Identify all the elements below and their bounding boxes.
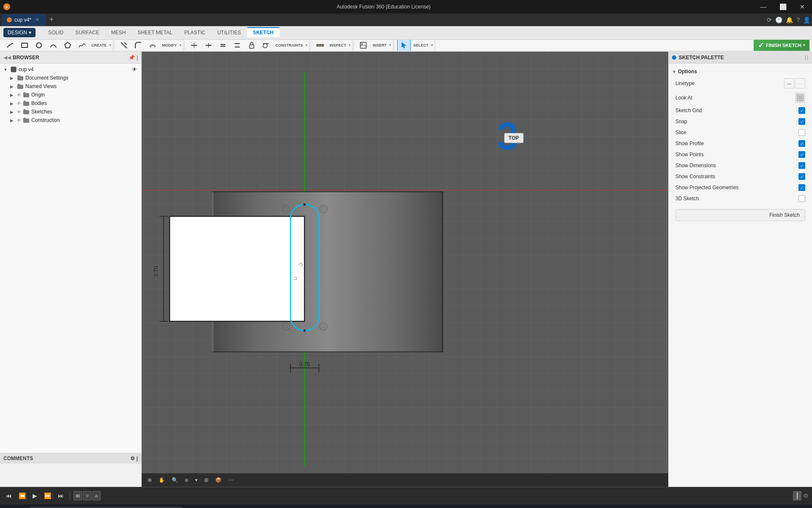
constraints-arrow[interactable]: ▾ [305, 43, 307, 47]
tab-plastic[interactable]: PLASTIC [178, 28, 211, 37]
fit-button[interactable]: ⊞ [182, 477, 191, 483]
browser-nav-back[interactable]: ◀◀ [3, 55, 11, 61]
3d-sketch-checkbox[interactable] [798, 195, 805, 202]
coincident-tool[interactable] [187, 40, 201, 51]
tree-origin[interactable]: ▶ 👁 Origin [8, 91, 140, 99]
maximize-button[interactable]: ⬜ [773, 0, 793, 14]
show-dimensions-checkbox[interactable]: ✓ [798, 162, 805, 169]
timeline-prev-button[interactable]: ⏪ [16, 491, 28, 501]
view-cube-button[interactable]: ▾ [192, 476, 200, 484]
snap-checkbox[interactable]: ✓ [798, 118, 805, 125]
options-header[interactable]: ▼ Options [672, 67, 809, 76]
timeline-next-button[interactable]: ⏩ [41, 491, 54, 501]
tree-bodies[interactable]: ▶ 👁 Bodies [8, 99, 140, 108]
browser-expand-icon[interactable]: | [137, 55, 138, 61]
circle-tool[interactable] [32, 40, 46, 51]
timeline-last-button[interactable]: ⏭ [55, 491, 66, 501]
pan-button[interactable]: ✋ [156, 476, 167, 484]
grid-button[interactable]: ⊞ [202, 476, 211, 484]
tab-bell-icon[interactable]: 🔔 [786, 17, 793, 23]
lock-tool[interactable] [245, 40, 258, 51]
taskbar-search[interactable]: Search b [25, 507, 186, 508]
linetype-dashed-icon[interactable]: - - [795, 78, 805, 88]
equal-tool[interactable] [216, 40, 230, 51]
finish-sketch-button[interactable]: ✓ FINISH SKETCH ▾ [754, 40, 809, 51]
active-tab[interactable]: cup v4* ✕ [2, 14, 46, 26]
more-view-button[interactable]: ⋯ [226, 476, 236, 484]
orbit-button[interactable]: ⊕ [145, 476, 154, 484]
look-at-icon[interactable] [795, 93, 805, 103]
tree-construction[interactable]: ▶ 👁 Construction [8, 116, 140, 124]
linetype-solid-icon[interactable]: — [784, 78, 794, 88]
workspace-button[interactable]: DESIGN ▾ [3, 28, 36, 37]
fillet-tool[interactable] [132, 40, 145, 51]
insert-image-tool[interactable] [357, 40, 370, 51]
horizontal-tool[interactable] [202, 40, 215, 51]
tab-surface[interactable]: SURFACE [69, 28, 105, 37]
timeline-step-2[interactable] [83, 491, 91, 500]
create-arrow[interactable]: ▾ [109, 43, 111, 47]
comments-settings-icon[interactable]: ⚙ [130, 456, 135, 461]
trim-tool[interactable] [117, 40, 131, 51]
tree-named-views[interactable]: ▶ Named Views [8, 82, 140, 91]
tree-sketches-eye[interactable]: 👁 [17, 110, 21, 114]
tab-utilities[interactable]: UTILITIES [211, 28, 247, 37]
timeline-play-button[interactable]: ▶ [30, 491, 40, 501]
start-button[interactable] [3, 506, 20, 508]
display-button[interactable]: 📦 [213, 476, 224, 484]
rectangle-tool[interactable] [18, 40, 31, 51]
tree-document-settings[interactable]: ▶ Document Settings [8, 74, 140, 82]
taskbar-file-explorer[interactable] [191, 506, 208, 508]
timeline-first-button[interactable]: ⏮ [3, 491, 14, 501]
finish-sketch-arrow[interactable]: ▾ [803, 43, 805, 47]
timeline-settings-icon[interactable]: ⚙ [803, 492, 809, 499]
tab-clock-icon[interactable]: 🕐 [775, 17, 782, 23]
arc-tool[interactable] [47, 40, 60, 51]
tab-mesh[interactable]: MESH [105, 28, 132, 37]
comments-expand-icon[interactable]: | [137, 456, 138, 461]
timeline-step-3[interactable] [92, 491, 101, 500]
parallel-tool[interactable] [230, 40, 244, 51]
minimize-button[interactable]: — [754, 0, 773, 14]
show-points-checkbox[interactable]: ✓ [798, 151, 805, 158]
slice-checkbox[interactable] [798, 129, 805, 136]
show-profile-checkbox[interactable]: ✓ [798, 140, 805, 147]
taskbar-fusion[interactable]: F [227, 506, 244, 508]
tab-sketch[interactable]: SKETCH [247, 27, 280, 37]
tab-help-icon[interactable]: ? [796, 17, 800, 23]
finish-sketch-palette-button[interactable]: Finish Sketch [675, 209, 805, 221]
palette-expand-icon[interactable]: ⟩⟩ [804, 55, 809, 61]
tab-sheet-metal[interactable]: SHEET METAL [132, 28, 178, 37]
viewport[interactable]: 3 TOP [142, 52, 668, 487]
show-constraints-checkbox[interactable]: ✓ [798, 173, 805, 180]
zoom-button[interactable]: 🔍 [169, 476, 181, 484]
select-arrow[interactable]: ▾ [431, 43, 433, 47]
measure-tool[interactable] [313, 40, 327, 51]
polygon-tool[interactable] [61, 40, 74, 51]
offset-tool[interactable] [146, 40, 159, 51]
spline-tool[interactable] [75, 40, 89, 51]
tree-root-eye[interactable]: 👁 [131, 66, 138, 73]
tree-bodies-eye[interactable]: 👁 [17, 101, 21, 106]
inspect-arrow[interactable]: ▾ [348, 43, 351, 47]
insert-arrow[interactable]: ▾ [389, 43, 391, 47]
tab-history-icon[interactable]: ⟳ [767, 17, 772, 23]
tangent-tool[interactable] [259, 40, 273, 51]
tab-account-icon[interactable]: 👤 [803, 17, 810, 23]
tree-origin-eye[interactable]: 👁 [17, 93, 21, 97]
select-tool[interactable] [397, 40, 411, 51]
browser-pin-icon[interactable]: 📌 [129, 55, 135, 61]
tree-sketches[interactable]: ▶ 👁 Sketches [8, 108, 140, 116]
new-tab-button[interactable]: + [46, 14, 58, 26]
timeline-step-1[interactable] [74, 491, 82, 500]
taskbar-edge[interactable] [209, 506, 226, 508]
sketch-grid-checkbox[interactable]: ✓ [798, 107, 805, 114]
line-tool[interactable] [3, 40, 17, 51]
tree-root[interactable]: ▼ cup v4 👁 [2, 65, 140, 74]
tree-construction-eye[interactable]: 👁 [17, 118, 21, 123]
modify-arrow[interactable]: ▾ [179, 43, 181, 47]
timeline-scrubber[interactable] [793, 491, 801, 500]
close-button[interactable]: ✕ [793, 0, 812, 14]
tab-close-button[interactable]: ✕ [34, 17, 41, 23]
tab-solid[interactable]: SOLID [42, 28, 69, 37]
